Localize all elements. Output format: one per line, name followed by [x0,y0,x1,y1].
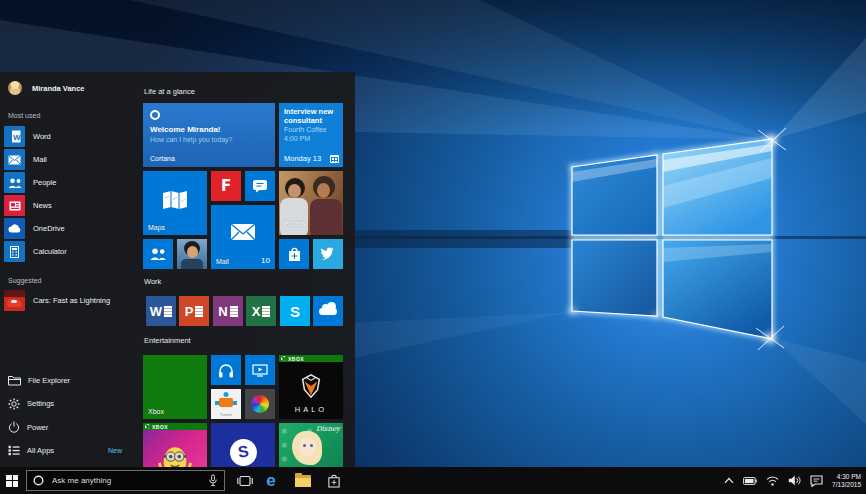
messaging-icon [252,179,268,193]
word-tile-icon: W [150,304,162,319]
start-button[interactable] [0,467,24,494]
xbox-logo-icon [145,424,150,429]
battery-icon[interactable] [743,477,757,485]
user-profile[interactable]: Miranda Vance [8,80,85,96]
onedrive-cloud-icon [319,308,337,315]
search-input[interactable] [50,475,202,486]
app-item-people[interactable]: People [4,172,136,193]
calendar-icon [330,155,339,163]
disney-wordmark: Disney [316,425,340,433]
tile-word-small[interactable]: W [146,296,176,326]
edge-icon: e [266,472,275,489]
tile-powerpoint[interactable]: P [179,296,209,326]
sys-item-settings[interactable]: Settings [8,396,138,412]
mail-icon [4,149,25,170]
suggested-header: Suggested [8,277,41,284]
tile-messaging[interactable] [245,171,275,201]
clock-date: 7/13/2015 [832,481,861,489]
tile-xbox[interactable]: Xbox [143,355,207,419]
flipboard-icon: F [221,177,231,195]
most-used-header: Most used [8,112,40,119]
xbox-logo-icon [281,356,286,361]
file-explorer-button[interactable] [292,467,314,494]
store-button[interactable] [323,467,345,494]
action-center-icon[interactable] [810,475,823,487]
skype-icon: S [290,303,300,320]
tile-minions-game[interactable]: XBOX [143,423,207,467]
store-bag-icon [327,473,341,488]
tile-photos[interactable]: Photos [279,171,343,235]
mic-icon[interactable] [208,474,218,487]
tile-halo[interactable]: XBOX HALO [279,355,343,419]
cortana-ring-icon [150,110,160,120]
calculator-icon [4,241,25,262]
power-icon [8,421,20,433]
tile-calendar[interactable]: Interview new consultant Fourth Coffee 4… [279,103,343,167]
tile-skype[interactable]: S [280,296,310,326]
tile-shazam[interactable]: S [211,423,275,467]
tile-twitter[interactable] [313,239,343,269]
group-header-work: Work [144,277,161,286]
tile-movies-tv[interactable] [245,355,275,385]
network-icon[interactable] [766,476,779,486]
taskbar-search[interactable] [26,470,225,491]
all-apps-new-badge: New [108,447,122,454]
tile-mail[interactable]: Mail 10 [211,205,275,269]
onenote-tile-icon: N [218,304,227,319]
sys-item-file-explorer[interactable]: File Explorer [8,372,138,388]
tile-people[interactable] [143,239,173,269]
folder-icon [295,475,311,487]
sys-item-power[interactable]: Power [8,419,138,435]
app-item-word[interactable]: W Word [4,126,136,147]
tile-tunein[interactable]: TuneIn [211,389,241,419]
file-explorer-icon [8,375,21,386]
tile-groove-music[interactable] [211,355,241,385]
store-bag-icon [287,246,302,262]
powerpoint-tile-icon: P [185,304,194,319]
app-item-news[interactable]: News [4,195,136,216]
settings-gear-icon [8,398,20,410]
clock[interactable]: 4:30 PM 7/13/2015 [832,473,861,489]
group-header-life-at-a-glance: Life at a glance [144,87,195,96]
movies-tv-icon [252,364,268,377]
tile-flipboard[interactable]: F [211,171,241,201]
halo-xbox-banner: XBOX [279,355,343,362]
taskbar: e 4:30 PM 7/13/2015 [0,467,866,494]
desktop: Miranda Vance Most used W Word Mail Peop… [0,0,866,494]
maps-icon [162,190,188,210]
tile-onenote[interactable]: N [213,296,243,326]
tile-color-sphere[interactable] [245,389,275,419]
clock-time: 4:30 PM [832,473,861,481]
headphones-icon [218,363,234,378]
mail-unread-count: 10 [261,256,270,265]
user-avatar [8,81,22,95]
color-sphere-icon [251,395,269,413]
tile-onedrive[interactable] [313,296,343,326]
tile-store[interactable] [279,239,309,269]
tile-cortana[interactable]: Welcome Miranda! How can I help you toda… [143,103,275,167]
task-view-button[interactable] [234,467,256,494]
excel-tile-icon: X [252,304,261,319]
user-name: Miranda Vance [32,84,85,93]
app-item-calculator[interactable]: Calculator [4,241,136,262]
tile-excel[interactable]: X [246,296,276,326]
volume-icon[interactable] [788,475,801,486]
tile-contact-photo[interactable] [177,239,207,269]
minions-xbox-banner: XBOX [143,423,207,430]
start-menu: Miranda Vance Most used W Word Mail Peop… [0,72,355,467]
edge-button[interactable]: e [260,467,282,494]
windows-logo-icon [6,475,18,487]
app-item-mail[interactable]: Mail [4,149,136,170]
app-item-cars[interactable]: Cars: Fast as Lightning [4,290,136,311]
tile-frozen-game[interactable]: ❄ ❄ ❄ ❄ ❄ ❄ Disney ❄ [279,423,343,467]
all-apps-icon [8,445,20,456]
tile-maps[interactable]: Maps [143,171,207,235]
tray-chevron-up-icon[interactable] [724,477,734,484]
task-view-icon [236,474,254,488]
cortana-circle-icon [33,475,44,486]
app-item-onedrive[interactable]: OneDrive [4,218,136,239]
sys-item-all-apps[interactable]: All Apps New [8,443,138,459]
twitter-bird-icon [320,247,337,261]
group-header-entertainment: Entertainment [144,336,191,345]
envelope-icon [230,223,256,241]
